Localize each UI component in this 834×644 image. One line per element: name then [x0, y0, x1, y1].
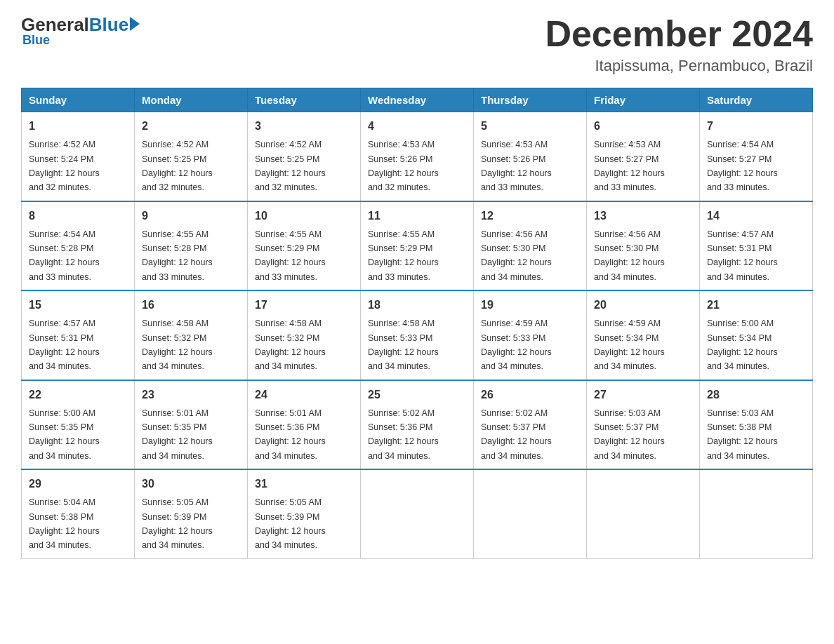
day-number: 23	[142, 387, 240, 403]
day-info: Sunrise: 5:05 AMSunset: 5:39 PMDaylight:…	[255, 497, 326, 550]
days-header-row: SundayMondayTuesdayWednesdayThursdayFrid…	[22, 88, 813, 112]
day-info: Sunrise: 5:01 AMSunset: 5:35 PMDaylight:…	[142, 408, 213, 461]
calendar-cell: 14 Sunrise: 4:57 AMSunset: 5:31 PMDaylig…	[700, 201, 813, 291]
day-number: 10	[255, 208, 353, 224]
day-info: Sunrise: 4:56 AMSunset: 5:30 PMDaylight:…	[481, 229, 552, 282]
calendar-cell: 18 Sunrise: 4:58 AMSunset: 5:33 PMDaylig…	[361, 290, 474, 380]
header-wednesday: Wednesday	[361, 88, 474, 112]
day-number: 2	[142, 118, 240, 135]
day-info: Sunrise: 5:04 AMSunset: 5:38 PMDaylight:…	[29, 497, 100, 550]
day-info: Sunrise: 4:57 AMSunset: 5:31 PMDaylight:…	[29, 318, 100, 371]
day-number: 19	[481, 297, 579, 314]
day-info: Sunrise: 4:58 AMSunset: 5:32 PMDaylight:…	[142, 318, 213, 371]
calendar-cell: 2 Sunrise: 4:52 AMSunset: 5:25 PMDayligh…	[135, 112, 248, 201]
week-row-1: 1 Sunrise: 4:52 AMSunset: 5:24 PMDayligh…	[22, 112, 813, 201]
day-info: Sunrise: 4:55 AMSunset: 5:29 PMDaylight:…	[368, 229, 439, 282]
header-sunday: Sunday	[22, 88, 135, 112]
day-info: Sunrise: 4:56 AMSunset: 5:30 PMDaylight:…	[594, 229, 665, 282]
header-tuesday: Tuesday	[248, 88, 361, 112]
day-number: 9	[142, 208, 240, 224]
day-info: Sunrise: 5:00 AMSunset: 5:35 PMDaylight:…	[29, 408, 100, 461]
day-number: 11	[368, 208, 466, 224]
day-number: 25	[368, 387, 466, 403]
day-number: 4	[368, 118, 466, 135]
calendar-table: SundayMondayTuesdayWednesdayThursdayFrid…	[21, 88, 813, 559]
day-info: Sunrise: 4:57 AMSunset: 5:31 PMDaylight:…	[707, 229, 778, 282]
day-info: Sunrise: 4:53 AMSunset: 5:27 PMDaylight:…	[594, 140, 665, 192]
calendar-cell: 27 Sunrise: 5:03 AMSunset: 5:37 PMDaylig…	[587, 380, 700, 470]
calendar-cell: 24 Sunrise: 5:01 AMSunset: 5:36 PMDaylig…	[248, 380, 361, 470]
day-number: 18	[368, 297, 466, 314]
calendar-cell: 7 Sunrise: 4:54 AMSunset: 5:27 PMDayligh…	[700, 112, 813, 201]
day-number: 8	[29, 208, 127, 224]
day-info: Sunrise: 5:03 AMSunset: 5:38 PMDaylight:…	[707, 408, 778, 461]
calendar-cell: 15 Sunrise: 4:57 AMSunset: 5:31 PMDaylig…	[22, 290, 135, 380]
day-info: Sunrise: 5:01 AMSunset: 5:36 PMDaylight:…	[255, 408, 326, 461]
calendar-cell	[700, 469, 813, 558]
title-area: December 2024 Itapissuma, Pernambuco, Br…	[545, 14, 813, 75]
day-number: 20	[594, 297, 692, 314]
day-info: Sunrise: 4:52 AMSunset: 5:24 PMDaylight:…	[29, 140, 100, 192]
day-info: Sunrise: 4:54 AMSunset: 5:27 PMDaylight:…	[707, 140, 778, 192]
calendar-cell: 12 Sunrise: 4:56 AMSunset: 5:30 PMDaylig…	[474, 201, 587, 291]
day-info: Sunrise: 4:55 AMSunset: 5:28 PMDaylight:…	[142, 229, 213, 282]
logo: General Blue Blue	[21, 14, 140, 48]
calendar-cell: 29 Sunrise: 5:04 AMSunset: 5:38 PMDaylig…	[22, 469, 135, 558]
day-info: Sunrise: 4:58 AMSunset: 5:32 PMDaylight:…	[255, 318, 326, 371]
calendar-cell: 8 Sunrise: 4:54 AMSunset: 5:28 PMDayligh…	[22, 201, 135, 291]
week-row-3: 15 Sunrise: 4:57 AMSunset: 5:31 PMDaylig…	[22, 290, 813, 380]
day-number: 7	[707, 118, 805, 135]
calendar-cell: 11 Sunrise: 4:55 AMSunset: 5:29 PMDaylig…	[361, 201, 474, 291]
calendar-cell: 21 Sunrise: 5:00 AMSunset: 5:34 PMDaylig…	[700, 290, 813, 380]
logo-blue-text: Blue	[89, 14, 128, 36]
calendar-cell	[587, 469, 700, 558]
day-number: 15	[29, 297, 127, 314]
calendar-cell: 13 Sunrise: 4:56 AMSunset: 5:30 PMDaylig…	[587, 201, 700, 291]
month-title: December 2024	[545, 14, 813, 54]
day-info: Sunrise: 4:59 AMSunset: 5:33 PMDaylight:…	[481, 318, 552, 371]
calendar-cell: 3 Sunrise: 4:52 AMSunset: 5:25 PMDayligh…	[248, 112, 361, 201]
day-number: 14	[707, 208, 805, 224]
calendar-cell	[474, 469, 587, 558]
calendar-cell	[361, 469, 474, 558]
day-number: 1	[29, 118, 127, 135]
location-title: Itapissuma, Pernambuco, Brazil	[545, 57, 813, 75]
header-thursday: Thursday	[474, 88, 587, 112]
day-info: Sunrise: 4:53 AMSunset: 5:26 PMDaylight:…	[368, 140, 439, 192]
day-number: 5	[481, 118, 579, 135]
day-info: Sunrise: 4:54 AMSunset: 5:28 PMDaylight:…	[29, 229, 100, 282]
logo-triangle-icon	[130, 17, 140, 31]
calendar-cell: 25 Sunrise: 5:02 AMSunset: 5:36 PMDaylig…	[361, 380, 474, 470]
calendar-cell: 30 Sunrise: 5:05 AMSunset: 5:39 PMDaylig…	[135, 469, 248, 558]
day-number: 16	[142, 297, 240, 314]
day-info: Sunrise: 5:02 AMSunset: 5:36 PMDaylight:…	[368, 408, 439, 461]
calendar-cell: 28 Sunrise: 5:03 AMSunset: 5:38 PMDaylig…	[700, 380, 813, 470]
calendar-cell: 17 Sunrise: 4:58 AMSunset: 5:32 PMDaylig…	[248, 290, 361, 380]
calendar-cell: 20 Sunrise: 4:59 AMSunset: 5:34 PMDaylig…	[587, 290, 700, 380]
day-info: Sunrise: 4:55 AMSunset: 5:29 PMDaylight:…	[255, 229, 326, 282]
day-info: Sunrise: 4:58 AMSunset: 5:33 PMDaylight:…	[368, 318, 439, 371]
day-info: Sunrise: 4:52 AMSunset: 5:25 PMDaylight:…	[142, 140, 213, 192]
day-number: 13	[594, 208, 692, 224]
day-info: Sunrise: 5:02 AMSunset: 5:37 PMDaylight:…	[481, 408, 552, 461]
day-number: 21	[707, 297, 805, 314]
day-number: 29	[29, 476, 127, 492]
day-number: 30	[142, 476, 240, 492]
day-info: Sunrise: 4:53 AMSunset: 5:26 PMDaylight:…	[481, 140, 552, 192]
day-info: Sunrise: 5:00 AMSunset: 5:34 PMDaylight:…	[707, 318, 778, 371]
header-monday: Monday	[135, 88, 248, 112]
calendar-cell: 16 Sunrise: 4:58 AMSunset: 5:32 PMDaylig…	[135, 290, 248, 380]
day-number: 27	[594, 387, 692, 403]
day-info: Sunrise: 5:05 AMSunset: 5:39 PMDaylight:…	[142, 497, 213, 550]
logo-underline-text: Blue	[22, 33, 50, 48]
week-row-2: 8 Sunrise: 4:54 AMSunset: 5:28 PMDayligh…	[22, 201, 813, 291]
logo-blue-part: Blue	[89, 14, 140, 36]
calendar-cell: 19 Sunrise: 4:59 AMSunset: 5:33 PMDaylig…	[474, 290, 587, 380]
header-saturday: Saturday	[700, 88, 813, 112]
day-info: Sunrise: 5:03 AMSunset: 5:37 PMDaylight:…	[594, 408, 665, 461]
calendar-cell: 5 Sunrise: 4:53 AMSunset: 5:26 PMDayligh…	[474, 112, 587, 201]
day-info: Sunrise: 4:52 AMSunset: 5:25 PMDaylight:…	[255, 140, 326, 192]
calendar-cell: 1 Sunrise: 4:52 AMSunset: 5:24 PMDayligh…	[22, 112, 135, 201]
calendar-cell: 31 Sunrise: 5:05 AMSunset: 5:39 PMDaylig…	[248, 469, 361, 558]
day-number: 6	[594, 118, 692, 135]
